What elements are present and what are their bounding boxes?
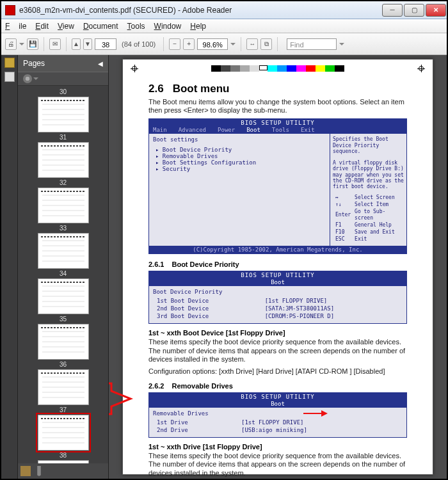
lock-icon[interactable] bbox=[4, 58, 15, 68]
thumb-label: 37 bbox=[60, 406, 67, 413]
thumb-label: 38 bbox=[60, 452, 67, 459]
attach-icon[interactable] bbox=[35, 466, 44, 476]
gear-dd[interactable] bbox=[33, 77, 38, 83]
menu-document[interactable]: Document bbox=[83, 22, 118, 31]
menu-help[interactable]: Help bbox=[190, 22, 206, 31]
menubar: File Edit View Document Tools Window Hel… bbox=[1, 19, 447, 33]
toolbar: 🖨 💾 ✉ ▲ ▼ 38 (84 of 100) − + 98.6% ↔ ⧉ F… bbox=[1, 33, 447, 55]
pages-icon[interactable] bbox=[4, 72, 15, 82]
comments-icon[interactable] bbox=[20, 466, 31, 476]
menu-edit[interactable]: Edit bbox=[35, 22, 49, 31]
thumb-33[interactable] bbox=[38, 233, 89, 269]
annotation-underline-arrow bbox=[303, 409, 326, 418]
menu-view[interactable]: View bbox=[58, 22, 74, 31]
color-bars bbox=[211, 65, 344, 72]
thumb-label: 36 bbox=[60, 361, 67, 368]
thumb-35[interactable] bbox=[38, 324, 89, 360]
svg-marker-0 bbox=[109, 383, 131, 414]
zoom-dd[interactable] bbox=[230, 43, 236, 48]
maximize-button[interactable]: ▢ bbox=[404, 4, 424, 17]
gear-icon[interactable] bbox=[23, 74, 32, 83]
pane-collapse-icon[interactable]: ◀ bbox=[98, 60, 103, 67]
bios-screenshot: BIOS SETUP UTILITY MainAdvancedPowerBoot… bbox=[148, 118, 407, 254]
fit-width-button[interactable]: ↔ bbox=[246, 38, 258, 50]
thumb-30[interactable] bbox=[38, 97, 89, 132]
print-dd[interactable] bbox=[19, 43, 24, 48]
thumb-label: 35 bbox=[60, 316, 67, 323]
thumb-38[interactable] bbox=[38, 460, 89, 463]
thumb-label: 31 bbox=[60, 134, 67, 141]
bios-removable-box: BIOS SETUP UTILITY Boot Removable Drives… bbox=[148, 392, 407, 438]
save-button[interactable]: 💾 bbox=[27, 38, 38, 50]
print-button[interactable]: 🖨 bbox=[5, 38, 17, 50]
page: 2.6Boot menu The Boot menu items allow y… bbox=[122, 59, 433, 475]
titlebar: e3608_m2n-vm-dvi_contents.pdf (SECURED) … bbox=[1, 1, 447, 19]
thumb-36[interactable] bbox=[38, 369, 89, 405]
document-view[interactable]: 2.6Boot menu The Boot menu items allow y… bbox=[109, 55, 447, 479]
page-number-input[interactable]: 38 bbox=[95, 38, 116, 50]
item-heading: 1st ~ xxth Boot Device [1st Floppy Drive… bbox=[148, 329, 407, 337]
thumb-label: 30 bbox=[60, 88, 67, 95]
app-icon bbox=[5, 5, 15, 15]
zoom-out-button[interactable]: − bbox=[169, 38, 180, 50]
find-input[interactable]: Find bbox=[287, 38, 337, 50]
thumb-label: 34 bbox=[60, 270, 67, 277]
thumb-31[interactable] bbox=[38, 142, 89, 178]
page-up-button[interactable]: ▲ bbox=[72, 38, 81, 50]
minimize-button[interactable]: ─ bbox=[382, 4, 403, 17]
registration-mark bbox=[131, 65, 138, 72]
zoom-in-button[interactable]: + bbox=[183, 38, 195, 50]
subsection-heading: 2.6.1Boot Device Priority bbox=[148, 260, 407, 268]
bottom-rail bbox=[18, 463, 108, 479]
annotation-arrow bbox=[109, 383, 132, 414]
subsection-heading: 2.6.2Removable Drives bbox=[148, 382, 407, 390]
find-dd[interactable] bbox=[339, 43, 344, 48]
menu-window[interactable]: Window bbox=[154, 22, 182, 31]
registration-mark bbox=[417, 65, 425, 72]
fit-page-button[interactable]: ⧉ bbox=[260, 38, 272, 50]
intro-text: The Boot menu items allow you to change … bbox=[148, 98, 407, 115]
page-total: (84 of 100) bbox=[122, 40, 156, 48]
thumb-label: 33 bbox=[60, 225, 67, 232]
close-button[interactable]: ✕ bbox=[426, 4, 446, 17]
thumb-label: 32 bbox=[60, 179, 67, 186]
menu-tools[interactable]: Tools bbox=[127, 22, 145, 31]
left-rail bbox=[1, 55, 18, 479]
bios-priority-box: BIOS SETUP UTILITY Boot Boot Device Prio… bbox=[148, 271, 407, 324]
thumb-34[interactable] bbox=[38, 278, 89, 314]
thumb-32[interactable] bbox=[38, 188, 89, 223]
menu-file[interactable]: File bbox=[5, 22, 26, 31]
svg-marker-2 bbox=[321, 410, 328, 417]
pages-pane: Pages ◀ 30313233343536373839 bbox=[18, 55, 109, 479]
thumb-37[interactable] bbox=[38, 415, 89, 451]
section-heading: 2.6Boot menu bbox=[148, 83, 407, 95]
window-title: e3608_m2n-vm-dvi_contents.pdf (SECURED) … bbox=[19, 6, 381, 15]
pane-title: Pages bbox=[23, 59, 45, 68]
email-button[interactable]: ✉ bbox=[49, 38, 61, 50]
page-down-button[interactable]: ▼ bbox=[83, 38, 92, 50]
zoom-value[interactable]: 98.6% bbox=[197, 38, 228, 50]
